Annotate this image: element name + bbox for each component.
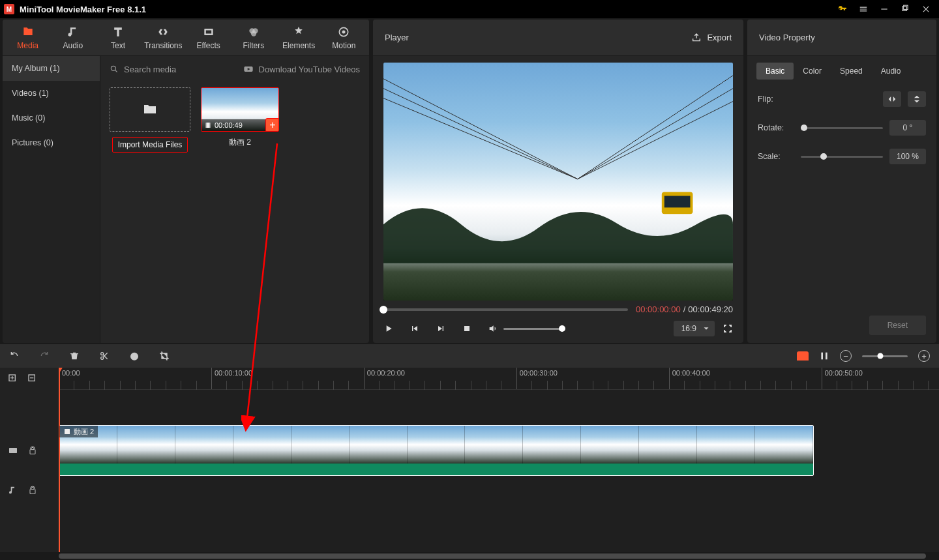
rotate-label: Rotate: xyxy=(758,123,794,132)
svg-rect-1 xyxy=(902,7,906,10)
tab-elements[interactable]: Elements xyxy=(276,20,321,55)
tab-transitions-label: Transitions xyxy=(144,41,182,50)
time-separator: / xyxy=(683,304,686,314)
clip-duration-text: 00:00:49 xyxy=(215,121,243,129)
add-track-icon[interactable] xyxy=(8,374,18,384)
prop-tab-speed[interactable]: Speed xyxy=(831,63,872,80)
fullscreen-button[interactable] xyxy=(723,323,733,334)
svg-rect-26 xyxy=(65,429,70,434)
crop-button[interactable] xyxy=(159,351,170,361)
film-icon xyxy=(63,428,71,435)
split-button[interactable] xyxy=(99,351,110,361)
undo-button[interactable] xyxy=(9,351,20,361)
delete-button[interactable] xyxy=(69,351,80,361)
tab-text[interactable]: Text xyxy=(96,20,141,55)
tab-media[interactable]: Media xyxy=(5,20,50,55)
zoom-slider[interactable] xyxy=(862,355,908,357)
svg-rect-13 xyxy=(205,123,207,128)
download-youtube-link[interactable]: Download YouTube Videos xyxy=(243,64,360,74)
stop-button[interactable] xyxy=(462,323,472,334)
volume-icon[interactable] xyxy=(488,323,498,334)
upgrade-key-icon[interactable] xyxy=(833,1,852,17)
timeline-audio-track[interactable] xyxy=(59,477,939,503)
flip-vertical-button[interactable] xyxy=(908,91,926,107)
chevron-down-icon xyxy=(702,324,711,333)
player-title: Player xyxy=(385,33,409,42)
scale-label: Scale: xyxy=(758,152,794,161)
tab-filters[interactable]: Filters xyxy=(231,20,276,55)
timeline-video-track[interactable]: 動画 2 xyxy=(59,424,939,477)
tab-elements-label: Elements xyxy=(282,41,315,50)
sidebar-item-music[interactable]: Music (0) xyxy=(3,106,100,130)
preview-overlay-lines xyxy=(383,63,733,263)
aspect-ratio-select[interactable]: 16:9 xyxy=(674,321,715,336)
timeline-playhead[interactable] xyxy=(59,368,60,552)
svg-rect-21 xyxy=(821,353,823,360)
tab-transitions[interactable]: Transitions xyxy=(141,20,186,55)
tab-effects[interactable]: Effects xyxy=(186,20,231,55)
remove-track-icon[interactable] xyxy=(27,374,38,384)
youtube-icon xyxy=(243,64,254,74)
svg-rect-17 xyxy=(464,326,470,331)
media-clip-thumb[interactable]: 00:00:49 + xyxy=(201,87,279,132)
sidebar-item-videos[interactable]: Videos (1) xyxy=(3,81,100,106)
preview-area[interactable] xyxy=(383,63,733,301)
tab-audio[interactable]: Audio xyxy=(50,20,95,55)
prop-tab-audio[interactable]: Audio xyxy=(872,63,910,80)
snap-toggle[interactable] xyxy=(797,351,809,361)
media-sidebar: My Album (1) Videos (1) Music (0) Pictur… xyxy=(3,56,100,343)
timeline-tracks[interactable]: 00:0000:00:10:0000:00:20:0000:00:30:0000… xyxy=(59,368,939,552)
seek-bar[interactable] xyxy=(383,308,628,311)
rotate-slider[interactable] xyxy=(801,127,883,129)
maximize-button[interactable] xyxy=(896,1,914,17)
zoom-out-button[interactable]: − xyxy=(840,350,852,362)
close-button[interactable] xyxy=(917,1,935,17)
redo-button[interactable] xyxy=(39,351,50,361)
app-title: MiniTool MovieMaker Free 8.1.1 xyxy=(20,5,146,14)
svg-point-10 xyxy=(111,66,115,70)
track-toggle[interactable] xyxy=(819,351,829,361)
timeline-clip[interactable]: 動画 2 xyxy=(59,425,814,476)
scale-slider[interactable] xyxy=(801,156,883,158)
svg-rect-4 xyxy=(205,30,211,33)
sidebar-item-pictures[interactable]: Pictures (0) xyxy=(3,130,100,155)
timeline-ruler[interactable]: 00:0000:00:10:0000:00:20:0000:00:30:0000… xyxy=(59,368,939,390)
play-button[interactable] xyxy=(383,323,394,334)
import-media-label[interactable]: Import Media Files xyxy=(112,137,188,153)
player-panel: Player Export xyxy=(373,20,743,343)
zoom-in-button[interactable]: + xyxy=(918,350,930,362)
svg-point-7 xyxy=(251,31,256,36)
clip-name: 動画 2 xyxy=(229,137,251,148)
timeline-scrollbar[interactable] xyxy=(0,552,939,560)
add-clip-button[interactable]: + xyxy=(265,118,279,132)
import-media-box[interactable] xyxy=(110,87,190,132)
volume-slider[interactable] xyxy=(503,328,562,330)
export-icon xyxy=(691,33,702,43)
export-button[interactable]: Export xyxy=(691,33,732,43)
speed-button[interactable] xyxy=(129,351,140,361)
reset-button[interactable]: Reset xyxy=(869,316,926,335)
timeline-spacer-track[interactable] xyxy=(59,390,939,424)
prop-tab-basic[interactable]: Basic xyxy=(756,63,794,80)
flip-label: Flip: xyxy=(758,95,794,104)
aspect-ratio-value: 16:9 xyxy=(681,324,696,333)
tab-motion[interactable]: Motion xyxy=(321,20,366,55)
film-icon xyxy=(204,121,212,129)
next-frame-button[interactable] xyxy=(436,323,446,334)
scale-value[interactable]: 100 % xyxy=(889,149,926,164)
rotate-value[interactable]: 0 ° xyxy=(889,120,926,136)
menu-icon[interactable] xyxy=(854,1,872,17)
prev-frame-button[interactable] xyxy=(410,323,420,334)
svg-rect-0 xyxy=(881,8,887,9)
minimize-button[interactable] xyxy=(875,1,893,17)
tab-motion-label: Motion xyxy=(332,41,355,50)
audio-track-icon xyxy=(8,485,18,495)
audio-lock-icon[interactable] xyxy=(27,485,38,495)
video-lock-icon[interactable] xyxy=(27,445,38,456)
property-panel: Video Property Basic Color Speed Audio F… xyxy=(747,20,936,343)
prop-tab-color[interactable]: Color xyxy=(794,63,831,80)
flip-horizontal-button[interactable] xyxy=(883,91,901,107)
sidebar-item-album[interactable]: My Album (1) xyxy=(3,56,100,81)
clip-audio-strip xyxy=(59,464,813,475)
search-media[interactable]: Search media xyxy=(110,65,176,74)
